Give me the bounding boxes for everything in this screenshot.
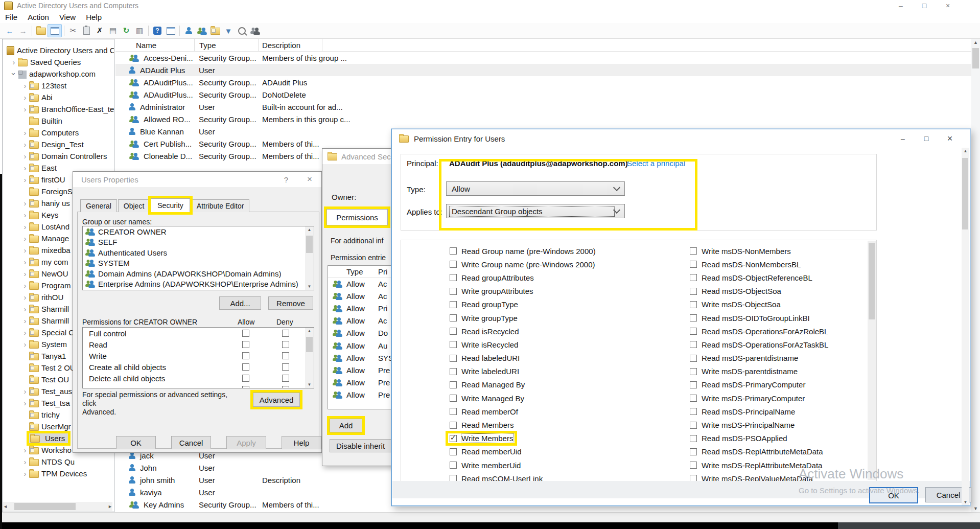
chevron-collapsed-icon[interactable]: › [21, 445, 29, 455]
tab-object[interactable]: Object [118, 199, 150, 212]
checkbox[interactable] [450, 395, 457, 402]
chevron-collapsed-icon[interactable]: › [21, 163, 29, 173]
checkbox[interactable] [690, 368, 697, 375]
chevron-collapsed-icon[interactable]: › [21, 315, 29, 326]
chevron-collapsed-icon[interactable]: › [21, 174, 29, 185]
checkbox[interactable] [450, 422, 457, 429]
chevron-collapsed-icon[interactable]: › [21, 104, 29, 114]
chevron-collapsed-icon[interactable]: › [21, 304, 29, 314]
deny-checkbox[interactable] [282, 363, 289, 371]
checkbox[interactable] [690, 381, 697, 388]
chevron-collapsed-icon[interactable]: › [21, 280, 29, 291]
menu-file[interactable]: File [0, 12, 22, 22]
menu-help[interactable]: Help [81, 12, 107, 22]
chevron-collapsed-icon[interactable]: › [10, 57, 18, 67]
scrollbar-thumb[interactable] [972, 48, 979, 68]
checkbox[interactable] [450, 355, 457, 362]
checkbox-panel-scrollbar[interactable] [868, 241, 876, 480]
toolbar-window-play-button[interactable] [164, 25, 177, 37]
chevron-collapsed-icon[interactable]: › [21, 292, 29, 303]
chevron-collapsed-icon[interactable]: › [21, 398, 29, 408]
checkbox[interactable] [450, 261, 457, 268]
tab-attribute-editor[interactable]: Attribute Editor [191, 199, 250, 212]
chevron-collapsed-icon[interactable]: › [21, 80, 29, 91]
toolbar-refresh-button[interactable]: ↻ [120, 25, 133, 37]
toolbar-new-user-button[interactable] [182, 25, 195, 37]
toolbar-new-group-button[interactable] [195, 25, 208, 37]
deny-checkbox[interactable] [282, 386, 289, 388]
toolbar-new-ou-button[interactable] [208, 25, 222, 37]
chevron-collapsed-icon[interactable]: › [21, 327, 29, 338]
checkbox[interactable] [690, 288, 697, 295]
type-dropdown[interactable]: Allow [446, 181, 625, 196]
toolbar-find-button[interactable] [235, 25, 248, 37]
scroll-left-icon[interactable]: ◄ [3, 504, 8, 509]
group-list-item[interactable]: CREATOR OWNER [83, 226, 314, 237]
table-row[interactable]: Access-Deni...Security Group...Members o… [115, 52, 971, 64]
chevron-collapsed-icon[interactable]: › [21, 257, 29, 267]
checkbox[interactable] [450, 301, 457, 308]
checkbox[interactable] [450, 247, 457, 255]
chevron-collapsed-icon[interactable]: › [21, 456, 29, 467]
scroll-up-icon[interactable]: ▲ [964, 149, 968, 153]
allow-checkbox[interactable] [242, 341, 249, 348]
table-row[interactable]: ADAudit PlusUser [115, 64, 971, 76]
toolbar-paste-button[interactable] [80, 25, 93, 37]
tab-security[interactable]: Security [151, 198, 190, 212]
checkbox[interactable] [690, 341, 697, 348]
allow-checkbox[interactable] [242, 375, 249, 382]
tree-item-ntds-qu[interactable]: ›NTDS Qu [3, 456, 114, 468]
toolbar-cut-button[interactable]: ✂ [66, 25, 80, 37]
chevron-collapsed-icon[interactable]: › [21, 221, 29, 232]
checkbox[interactable] [690, 355, 697, 362]
ok-button[interactable]: OK [869, 487, 918, 503]
checkbox[interactable] [450, 408, 457, 415]
allow-checkbox[interactable] [242, 363, 249, 371]
minimize-icon[interactable]: – [889, 0, 913, 11]
help-button[interactable]: Help [282, 436, 321, 449]
scrollbar-thumb[interactable] [306, 337, 313, 352]
ok-button[interactable]: OK [116, 436, 156, 449]
checkbox[interactable] [690, 435, 697, 442]
table-row[interactable]: ADAuditPlus...Security Group...DoNotDele… [115, 88, 971, 101]
tree-item-branchoffice-east-testor[interactable]: ›BranchOffice-East_testor [3, 103, 114, 115]
tree-item-active-directory-users-and-com[interactable]: Active Directory Users and Com [3, 44, 114, 56]
maximize-icon[interactable]: □ [913, 0, 936, 11]
chevron-collapsed-icon[interactable]: › [21, 127, 29, 138]
tree-item-saved-queries[interactable]: ›Saved Queries [3, 56, 114, 68]
dialog-scrollbar[interactable]: ▲ ▼ [962, 148, 969, 505]
scroll-up-icon[interactable]: ▲ [308, 227, 312, 232]
checkbox[interactable] [690, 395, 697, 402]
tree-selected-item[interactable]: Users [29, 433, 68, 443]
checkbox[interactable] [450, 435, 457, 442]
list-vertical-scrollbar[interactable]: ▲ ▼ [971, 39, 980, 512]
scroll-down-icon[interactable]: ▼ [973, 506, 978, 511]
toolbar-properties-button[interactable]: ▤ [106, 25, 120, 37]
maximize-icon[interactable]: □ [915, 131, 938, 146]
toolbar-console-window-button[interactable] [48, 24, 62, 37]
checkbox[interactable] [690, 301, 697, 308]
checkbox[interactable] [450, 328, 457, 335]
list-scrollbar[interactable]: ▲ ▼ [305, 226, 314, 290]
tree-item-domain-controllers[interactable]: ›Domain Controllers [3, 150, 114, 162]
column-header-description[interactable]: Description [259, 39, 322, 51]
column-header-principal[interactable]: Pri [378, 267, 387, 276]
checkbox[interactable] [690, 247, 697, 255]
checkbox[interactable] [690, 462, 697, 469]
scrollbar-thumb[interactable] [14, 503, 76, 510]
column-header-name[interactable]: Name [115, 39, 195, 51]
group-list-item[interactable]: Domain Admins (ADAPWORKSHOP\Domain Admin… [83, 268, 314, 279]
scroll-down-icon[interactable]: ▼ [308, 382, 312, 387]
checkbox[interactable] [450, 288, 457, 295]
help-icon[interactable]: ? [274, 175, 298, 184]
scroll-down-icon[interactable]: ▼ [964, 500, 968, 504]
tree-item-design-test[interactable]: ›Design_Test [3, 139, 114, 150]
tree-item-tpm-devices[interactable]: ›TPM Devices [3, 468, 114, 479]
scrollbar-thumb[interactable] [962, 158, 968, 229]
deny-checkbox[interactable] [282, 330, 289, 337]
table-row[interactable]: ADAuditPlus...Security Group...ADAudit P… [115, 76, 971, 88]
checkbox[interactable] [450, 381, 457, 388]
checkbox[interactable] [690, 422, 697, 429]
checkbox[interactable] [450, 274, 457, 281]
tree-item-abi[interactable]: ›Abi [3, 91, 114, 103]
